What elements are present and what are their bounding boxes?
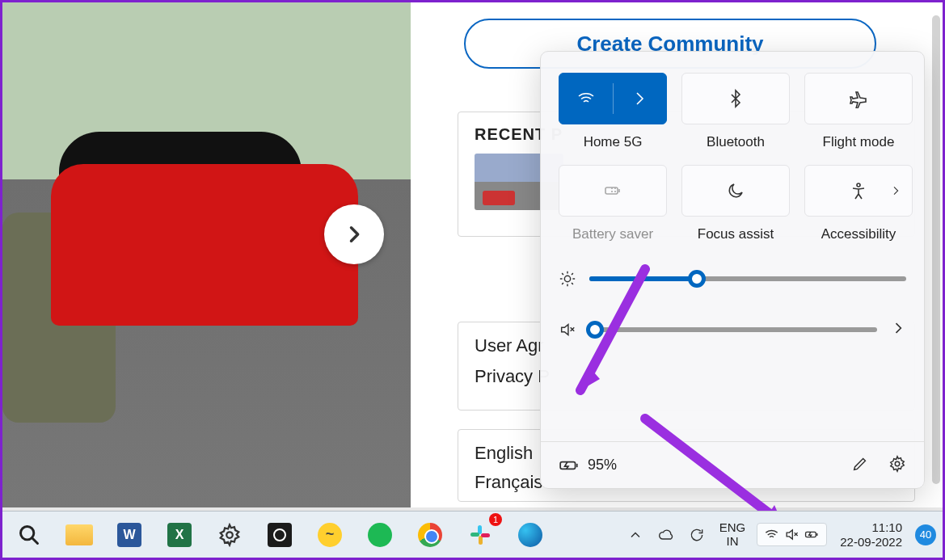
spotify-button[interactable] xyxy=(361,516,399,554)
gear-icon xyxy=(888,455,906,473)
edge-icon xyxy=(518,523,542,547)
svg-rect-12 xyxy=(481,533,490,537)
excel-button[interactable]: X xyxy=(161,516,198,554)
volume-row xyxy=(559,320,906,339)
quick-settings-footer: 95% xyxy=(541,441,924,488)
chevron-right-icon xyxy=(630,89,649,108)
wifi-icon xyxy=(764,527,779,542)
wifi-label: Home 5G xyxy=(584,134,643,150)
wifi-toggle[interactable] xyxy=(559,89,613,108)
app-icon xyxy=(318,523,342,547)
page-scrollbar[interactable] xyxy=(932,15,940,484)
spotify-icon xyxy=(368,523,392,547)
gear-icon xyxy=(217,523,242,547)
settings-app-button[interactable] xyxy=(211,516,248,554)
app-button-1[interactable] xyxy=(261,516,298,554)
excel-icon: X xyxy=(167,523,192,547)
bluetooth-icon xyxy=(726,89,745,108)
clock-button[interactable]: 11:10 22-09-2022 xyxy=(835,520,907,549)
volume-muted-icon[interactable] xyxy=(559,321,576,339)
language-bottom: IN xyxy=(719,535,746,549)
focus-assist-tile[interactable] xyxy=(681,165,790,217)
network-volume-battery-button[interactable] xyxy=(757,523,827,546)
chevron-up-icon xyxy=(627,527,643,543)
svg-point-8 xyxy=(226,532,233,538)
clock-time: 11:10 xyxy=(840,520,902,534)
bluetooth-tile[interactable] xyxy=(681,73,790,124)
file-explorer-button[interactable] xyxy=(61,516,98,554)
moon-icon xyxy=(726,181,745,200)
battery-charging-icon xyxy=(559,455,580,476)
battery-saver-label: Battery saver xyxy=(572,226,653,242)
folder-icon xyxy=(65,524,93,545)
wifi-expand[interactable] xyxy=(614,89,667,108)
cloud-icon xyxy=(658,527,674,543)
app-icon xyxy=(268,523,292,547)
pencil-icon xyxy=(851,455,869,473)
accessibility-icon xyxy=(849,181,868,200)
quick-settings-flyout: Home 5G Bluetooth Flight mode Battery sa… xyxy=(540,51,925,489)
windows-update-tray-icon[interactable] xyxy=(686,519,708,551)
feed-photo xyxy=(2,2,411,507)
battery-charging-icon xyxy=(804,527,820,542)
next-photo-button[interactable] xyxy=(324,204,384,264)
battery-saver-icon xyxy=(603,181,622,200)
wifi-tile[interactable] xyxy=(559,73,667,124)
focus-assist-label: Focus assist xyxy=(698,226,774,242)
slack-icon xyxy=(468,523,492,547)
edit-quick-settings-button[interactable] xyxy=(851,455,869,476)
search-button[interactable] xyxy=(11,516,48,554)
open-settings-button[interactable] xyxy=(888,455,906,476)
slack-button[interactable]: 1 xyxy=(462,516,499,554)
word-icon: W xyxy=(117,523,141,547)
brightness-icon xyxy=(559,270,576,288)
language-top: ENG xyxy=(719,521,746,535)
language-indicator[interactable]: ENG IN xyxy=(716,521,749,548)
wifi-icon xyxy=(576,89,596,108)
taskbar: W X 1 ENG IN 11:10 22 xyxy=(2,511,943,558)
chrome-icon xyxy=(418,523,442,547)
brightness-row xyxy=(559,270,906,288)
word-button[interactable]: W xyxy=(111,516,148,554)
brightness-slider-thumb[interactable] xyxy=(688,270,706,288)
chevron-right-icon xyxy=(890,320,906,336)
app-button-2[interactable] xyxy=(311,516,348,554)
volume-muted-icon xyxy=(784,527,799,542)
battery-status[interactable]: 95% xyxy=(559,455,617,476)
brightness-slider[interactable] xyxy=(589,276,906,281)
clock-date: 22-09-2022 xyxy=(840,535,902,549)
battery-percentage: 95% xyxy=(588,457,617,474)
onedrive-tray-icon[interactable] xyxy=(655,519,677,551)
svg-point-2 xyxy=(564,276,570,281)
edge-button[interactable] xyxy=(512,516,549,554)
system-tray: ENG IN 11:10 22-09-2022 40 xyxy=(624,519,939,551)
accessibility-label: Accessibility xyxy=(821,226,896,242)
slack-notification-badge: 1 xyxy=(489,513,502,526)
search-icon xyxy=(18,524,40,546)
svg-point-1 xyxy=(857,183,860,187)
svg-point-4 xyxy=(895,461,900,466)
bluetooth-label: Bluetooth xyxy=(707,134,765,150)
flight-mode-tile[interactable] xyxy=(804,73,913,124)
volume-output-expand[interactable] xyxy=(890,320,906,339)
refresh-icon xyxy=(689,527,705,543)
notification-center-button[interactable]: 40 xyxy=(915,524,936,545)
svg-rect-10 xyxy=(470,533,479,537)
airplane-icon xyxy=(849,89,868,108)
battery-saver-tile[interactable] xyxy=(559,165,667,217)
chevron-right-icon xyxy=(889,184,902,197)
chrome-button[interactable] xyxy=(411,516,449,554)
flight-mode-label: Flight mode xyxy=(823,134,895,150)
tray-overflow-button[interactable] xyxy=(624,519,647,551)
volume-slider[interactable] xyxy=(589,327,877,332)
accessibility-tile[interactable] xyxy=(804,165,913,217)
volume-slider-thumb[interactable] xyxy=(586,321,604,339)
